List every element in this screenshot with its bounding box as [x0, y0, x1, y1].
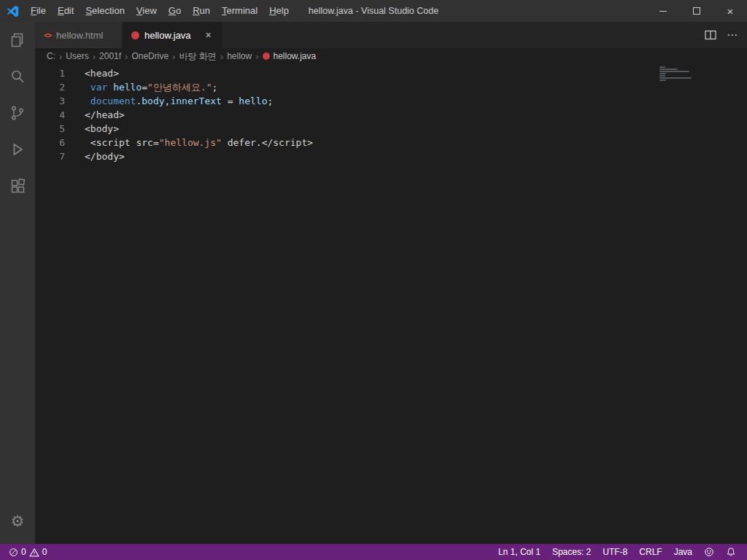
minimize-button[interactable] [646, 0, 680, 22]
maximize-button[interactable] [680, 0, 713, 22]
code-text: <script src="hellow.js" defer.</script> [85, 136, 313, 149]
code-line[interactable]: 6 <script src="hellow.js" defer.</script… [35, 136, 747, 149]
breadcrumb-separator-icon: › [59, 51, 62, 62]
line-number[interactable]: 4 [35, 108, 85, 122]
status-bar-right: Ln 1, Col 1 Spaces: 2 UTF-8 CRLF Java [495, 544, 740, 560]
tab-label: hellow.html [56, 30, 103, 41]
breadcrumb-item[interactable]: 2001f [99, 51, 121, 61]
close-button[interactable]: × [713, 0, 747, 22]
menu-item-terminal[interactable]: Terminal [216, 0, 263, 22]
editor-actions: ⋯ [705, 22, 747, 48]
line-number[interactable]: 7 [35, 149, 85, 163]
code-editor[interactable]: 1<head>2 var hello="안녕하세요.";3 document.b… [35, 64, 747, 544]
source-control-icon[interactable] [0, 95, 35, 131]
code-text: <body> [85, 122, 119, 136]
vscode-logo-icon [0, 5, 25, 18]
line-number[interactable]: 2 [35, 80, 85, 94]
menu-item-go[interactable]: Go [163, 0, 187, 22]
search-icon[interactable] [0, 58, 35, 95]
problems-indicator[interactable]: 0 0 [6, 544, 50, 560]
menu-item-selection[interactable]: Selection [80, 0, 130, 22]
errors-icon [9, 548, 18, 557]
breadcrumb-item[interactable]: hellow [227, 51, 252, 61]
close-icon: × [727, 6, 734, 17]
feedback-icon[interactable] [700, 544, 718, 560]
code-line[interactable]: 1<head> [35, 66, 747, 80]
code-line[interactable]: 3 document.body,innerText = hello; [35, 94, 747, 108]
breadcrumb-separator-icon: › [172, 51, 175, 62]
breadcrumb-separator-icon: › [125, 51, 128, 62]
tab-hellow-java[interactable]: hellow.java × [123, 22, 223, 48]
breadcrumb-item[interactable]: hellow.java [274, 51, 317, 61]
code-text: </head> [85, 108, 125, 122]
line-number[interactable]: 6 [35, 136, 85, 149]
line-number[interactable]: 1 [35, 66, 85, 80]
minimize-icon [659, 11, 667, 12]
breadcrumb-item[interactable]: 바탕 화면 [179, 50, 216, 63]
indentation-setting[interactable]: Spaces: 2 [549, 544, 595, 560]
notifications-bell-icon[interactable] [722, 544, 740, 560]
code-line[interactable]: 2 var hello="안녕하세요."; [35, 80, 747, 94]
menu-item-help[interactable]: Help [263, 0, 295, 22]
breadcrumb: C:›Users›2001f›OneDrive›바탕 화면›hellow›hel… [35, 48, 747, 64]
more-actions-icon[interactable]: ⋯ [727, 28, 738, 42]
code-line[interactable]: 7</body> [35, 149, 747, 163]
settings-gear-icon[interactable]: ⚙ [0, 503, 35, 540]
code-area: 1<head>2 var hello="안녕하세요.";3 document.b… [35, 66, 747, 163]
breadcrumb-separator-icon: › [93, 51, 96, 62]
window-controls: × [646, 0, 747, 22]
breadcrumb-separator-icon: › [255, 51, 258, 62]
tab-label: hellow.java [144, 30, 191, 41]
menu-item-edit[interactable]: Edit [52, 0, 80, 22]
line-number[interactable]: 5 [35, 122, 85, 136]
line-number[interactable]: 3 [35, 94, 85, 108]
minimap[interactable] [659, 66, 693, 82]
eol-setting[interactable]: CRLF [635, 544, 665, 560]
code-text: <head> [85, 66, 119, 80]
cursor-position[interactable]: Ln 1, Col 1 [495, 544, 544, 560]
breadcrumb-item[interactable]: OneDrive [131, 51, 169, 61]
tab-close-icon[interactable]: × [204, 29, 214, 41]
html-file-icon: <> [44, 31, 51, 39]
split-editor-icon[interactable] [705, 30, 716, 40]
code-text: </body> [85, 149, 125, 163]
status-bar: 0 0 Ln 1, Col 1 Spaces: 2 UTF-8 CRLF Jav… [0, 544, 747, 560]
code-text: var hello="안녕하세요."; [85, 80, 217, 94]
encoding-setting[interactable]: UTF-8 [599, 544, 631, 560]
menu-bar: FileEditSelectionViewGoRunTerminalHelp [25, 0, 295, 22]
java-file-icon [131, 31, 139, 39]
extensions-icon[interactable] [0, 168, 35, 204]
menu-item-run[interactable]: Run [187, 0, 216, 22]
menu-item-view[interactable]: View [131, 0, 163, 22]
code-text: document.body,innerText = hello; [85, 94, 273, 108]
warnings-count: 0 [42, 547, 47, 557]
menu-item-file[interactable]: File [25, 0, 52, 22]
code-line[interactable]: 5<body> [35, 122, 747, 136]
tab-hellow-html[interactable]: <> hellow.html [35, 22, 123, 48]
vscode-window: FileEditSelectionViewGoRunTerminalHelp h… [0, 0, 747, 560]
run-and-debug-icon[interactable] [0, 131, 35, 168]
maximize-icon [693, 7, 700, 15]
editor-group: <> hellow.html hellow.java × ⋯ [35, 22, 747, 544]
breadcrumb-item[interactable]: Users [66, 51, 88, 61]
java-file-icon [263, 52, 270, 60]
title-bar: FileEditSelectionViewGoRunTerminalHelp h… [0, 0, 747, 22]
explorer-icon[interactable] [0, 22, 35, 58]
code-line[interactable]: 4</head> [35, 108, 747, 122]
errors-count: 0 [21, 547, 26, 557]
activity-bar: ⚙ [0, 22, 35, 544]
warnings-icon [29, 548, 39, 557]
tab-bar: <> hellow.html hellow.java × ⋯ [35, 22, 747, 48]
breadcrumb-separator-icon: › [220, 51, 223, 62]
language-mode[interactable]: Java [670, 544, 696, 560]
breadcrumb-item[interactable]: C: [47, 51, 55, 61]
